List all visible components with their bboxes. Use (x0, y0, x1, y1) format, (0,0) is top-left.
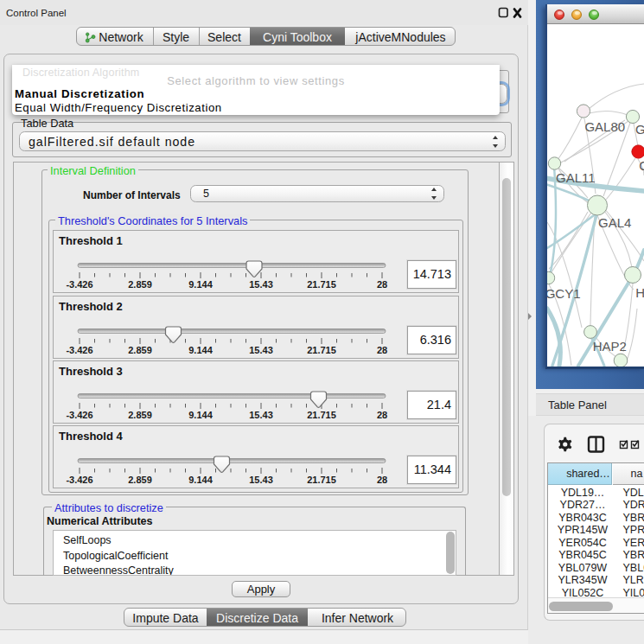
svg-text:21.715: 21.715 (307, 345, 336, 355)
svg-text:9.144: 9.144 (188, 345, 213, 355)
svg-text:-3.426: -3.426 (66, 410, 92, 420)
svg-text:-3.426: -3.426 (66, 279, 92, 290)
svg-text:21.715: 21.715 (307, 279, 336, 290)
svg-text:2.859: 2.859 (128, 279, 152, 290)
svg-text:28: 28 (377, 410, 387, 420)
svg-text:28: 28 (377, 475, 387, 485)
svg-text:21.715: 21.715 (307, 475, 336, 485)
svg-text:HAP2: HAP2 (593, 339, 627, 354)
svg-text:9.144: 9.144 (188, 279, 213, 290)
svg-text:28: 28 (377, 345, 387, 355)
svg-text:2.859: 2.859 (128, 345, 152, 355)
svg-text:GAL11: GAL11 (556, 170, 596, 185)
svg-text:GCY1: GCY1 (547, 286, 581, 301)
svg-text:15.43: 15.43 (249, 410, 273, 420)
svg-text:-3.426: -3.426 (66, 345, 92, 355)
svg-text:H: H (635, 285, 644, 300)
svg-text:9.144: 9.144 (188, 475, 213, 485)
svg-text:9.144: 9.144 (188, 410, 213, 420)
svg-text:28: 28 (377, 279, 387, 290)
svg-text:GA: GA (635, 122, 644, 137)
svg-text:15.43: 15.43 (249, 475, 273, 485)
svg-text:2.859: 2.859 (128, 475, 152, 485)
svg-text:2.859: 2.859 (128, 410, 152, 420)
svg-text:15.43: 15.43 (249, 279, 273, 290)
svg-text:15.43: 15.43 (249, 345, 273, 355)
svg-text:C: C (639, 158, 644, 173)
svg-text:-3.426: -3.426 (66, 475, 92, 485)
svg-text:GAL4: GAL4 (598, 215, 631, 230)
svg-text:21.715: 21.715 (307, 410, 336, 420)
svg-text:GAL80: GAL80 (584, 119, 625, 134)
